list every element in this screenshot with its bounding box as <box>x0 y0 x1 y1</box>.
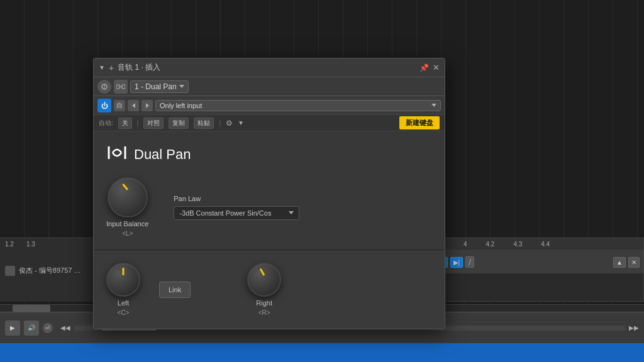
ruler-mark: 4.3 <box>513 241 522 248</box>
right-pan-label: Right <box>256 299 272 307</box>
left-pan-knob[interactable] <box>106 263 140 297</box>
controls-row-top: Input Balance <L> Pan Law -3dB Constant … <box>106 177 432 237</box>
auto-label: 自动: <box>99 119 113 128</box>
pan-law-dropdown[interactable]: -3dB Constant Power Sin/Cos <box>174 206 299 220</box>
right-pan-marker <box>260 268 265 276</box>
preset-name-text: Only left input <box>160 102 202 109</box>
input-balance-knob[interactable] <box>108 177 148 217</box>
track-name-label: 俊杰 - 编号89757 (单曲 <box>19 266 82 275</box>
plugin-circle-icon[interactable] <box>97 80 111 94</box>
right-timeline-panel: 3.4 4 4.2 4.3 4.4 |◀ ▶| ⧸ ▲ ✕ <box>430 238 644 302</box>
chevron-right-icon <box>146 103 149 108</box>
pan-law-label: Pan Law <box>174 195 299 202</box>
plugin-name-text: 1 - Dual Pan <box>135 82 177 91</box>
chevron-left-icon <box>132 103 135 108</box>
gear-arrow-icon[interactable]: ▼ <box>238 119 244 126</box>
pan-law-selected: -3dB Constant Power Sin/Cos <box>179 209 271 217</box>
plugin-header: Dual Pan <box>106 144 432 165</box>
headphone-btn[interactable]: ⏎ <box>43 323 53 333</box>
record-arm-btn[interactable]: 自 <box>114 100 125 111</box>
power-button[interactable]: ⏻ <box>97 99 111 112</box>
auto-off-btn[interactable]: 关 <box>118 118 132 129</box>
bottom-bar <box>0 343 644 362</box>
svg-rect-2 <box>116 85 119 89</box>
left-pan-value: <C> <box>118 309 130 316</box>
plugin-name-chevron-icon <box>179 85 184 88</box>
plugin-window: ▼ + 音轨 1 · 插入 📌 ✕ 1 - Dual Pan ⏻ <box>93 58 445 329</box>
title-bar: ▼ + 音轨 1 · 插入 📌 ✕ <box>94 58 445 77</box>
play-cursor-btn[interactable]: ▶ <box>5 321 20 336</box>
plugin-name-dropdown[interactable]: 1 - Dual Pan <box>130 80 189 93</box>
scroll-right-btn[interactable]: ▶▶ <box>629 324 639 331</box>
marker-end-btn[interactable]: ▶| <box>450 257 464 268</box>
expand-timeline-btn[interactable]: ✕ <box>628 257 640 268</box>
input-balance-label: Input Balance <box>106 220 148 228</box>
paste-btn[interactable]: 粘贴 <box>194 118 214 129</box>
input-balance-marker <box>122 184 128 190</box>
preset-chevron-icon <box>431 104 436 107</box>
input-balance-value: <L> <box>122 230 133 237</box>
preset-dropdown[interactable]: Only left input <box>155 100 441 111</box>
plugin-chain-icon[interactable] <box>114 80 128 94</box>
right-pan-value: <R> <box>258 309 270 316</box>
preset-prev-btn[interactable] <box>128 100 139 111</box>
plugin-content-bottom: Left <C> Link Right <R> <box>94 250 445 329</box>
split-btn[interactable]: ⧸ <box>465 256 474 268</box>
match-btn[interactable]: 对照 <box>143 118 164 129</box>
svg-rect-3 <box>122 85 125 89</box>
right-timeline-ruler: 3.4 4 4.2 4.3 4.4 <box>431 238 643 251</box>
gear-icon[interactable]: ⚙ <box>226 119 233 128</box>
title-text: 音轨 1 · 插入 <box>118 62 416 73</box>
plugin-title: Dual Pan <box>134 146 191 163</box>
ruler-mark: 4.4 <box>541 241 550 248</box>
title-plus-icon[interactable]: + <box>109 63 114 73</box>
left-pan-label: Left <box>118 299 129 307</box>
title-arrow-icon[interactable]: ▼ <box>99 64 105 71</box>
separator-1: | <box>137 119 139 126</box>
preset-bar: ⏻ 自 Only left input <box>94 96 445 115</box>
ruler-mark: 4.2 <box>486 241 494 248</box>
controls-row-bottom: Left <C> Link Right <R> <box>106 263 432 316</box>
copy-btn[interactable]: 复制 <box>169 118 189 129</box>
ruler-mark-left-1: 1.2 <box>5 241 14 248</box>
left-pan-marker <box>123 268 125 275</box>
right-pan-control: Right <R> <box>247 263 281 316</box>
link-button[interactable]: Link <box>159 282 191 298</box>
scroll-left-btn[interactable]: ◀◀ <box>60 324 70 331</box>
close-icon[interactable]: ✕ <box>433 63 440 72</box>
input-balance-control: Input Balance <L> <box>106 177 148 237</box>
left-ruler: 1.2 1.3 <box>0 238 107 250</box>
left-pan-control: Left <C> <box>106 263 140 316</box>
pan-law-chevron-icon <box>289 211 294 214</box>
power-icon: ⏻ <box>101 102 108 109</box>
scrollbar-thumb[interactable] <box>13 305 50 312</box>
ruler-mark: 4 <box>464 241 467 248</box>
right-timeline-toolbar: |◀ ▶| ⧸ ▲ ✕ <box>431 251 643 273</box>
plugin-content-top: Dual Pan Input Balance <L> Pan Law -3dB … <box>94 131 445 250</box>
ruler-mark-left-2: 1.3 <box>26 241 35 248</box>
pan-law-section: Pan Law -3dB Constant Power Sin/Cos <box>174 195 299 220</box>
preset-next-btn[interactable] <box>142 100 153 111</box>
separator-2: | <box>219 119 221 126</box>
plugin-toolbar: 1 - Dual Pan <box>94 77 445 96</box>
right-pan-knob[interactable] <box>247 263 281 297</box>
pin-icon[interactable]: 📌 <box>419 63 429 72</box>
track-color-indicator <box>5 266 15 276</box>
new-keyboard-btn[interactable]: 新建键盘 <box>399 116 440 129</box>
speaker-btn[interactable]: 🔊 <box>24 321 39 336</box>
auto-bar: 自动: 关 | 对照 复制 粘贴 | ⚙ ▼ 新建键盘 <box>94 115 445 131</box>
plugin-logo <box>106 144 128 165</box>
minimize-timeline-btn[interactable]: ▲ <box>613 257 626 268</box>
